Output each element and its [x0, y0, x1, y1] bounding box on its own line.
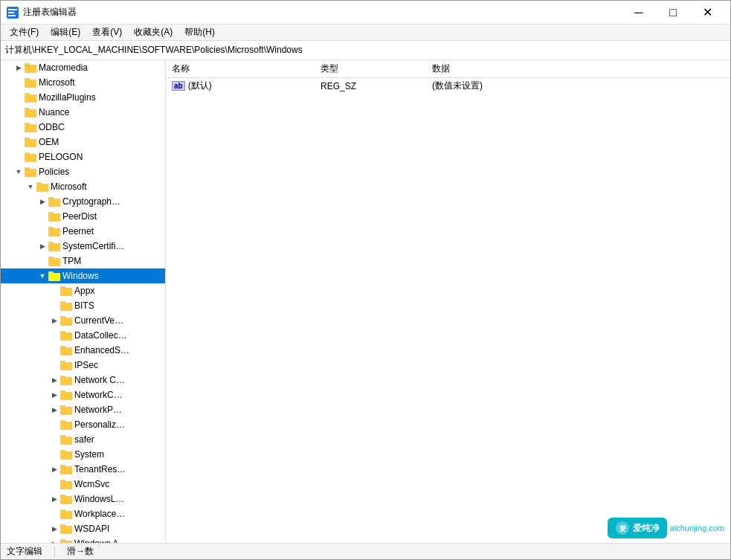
close-button[interactable]: ✕ — [690, 1, 724, 25]
svg-rect-66 — [60, 509, 65, 512]
tree-item-personaliz[interactable]: Personaliz… — [1, 417, 165, 432]
tree-item-networkc2[interactable]: NetworkC… — [1, 387, 165, 402]
tree-item-windows[interactable]: Windows — [1, 268, 165, 283]
tree-item-currentve[interactable]: CurrentVe… — [1, 313, 165, 328]
tree-item-policies[interactable]: Policies — [1, 164, 165, 179]
expander-currentve[interactable] — [48, 313, 60, 328]
tree-item-safer[interactable]: safer — [1, 432, 165, 447]
tree-item-wsdapi[interactable]: WSDAPI — [1, 521, 165, 536]
expander-networkp[interactable] — [48, 402, 60, 417]
expander-bits — [48, 298, 60, 313]
expander-system — [48, 447, 60, 462]
tree-item-odbc[interactable]: ODBC — [1, 120, 165, 135]
tree-item-workplace[interactable]: Workplace… — [1, 506, 165, 521]
detail-panel: 名称 类型 数据 ab(默认) REG_SZ (数值未设置) — [166, 60, 730, 543]
expander-windowsl[interactable] — [48, 492, 60, 506]
table-row[interactable]: ab(默认) REG_SZ (数值未设置) — [166, 78, 730, 94]
expander-networkc2[interactable] — [48, 387, 60, 402]
minimize-button[interactable]: ─ — [622, 1, 656, 25]
maximize-button[interactable]: □ — [656, 1, 690, 25]
svg-rect-23 — [48, 199, 60, 207]
tree-item-datacollec[interactable]: DataCollec… — [1, 328, 165, 343]
status-text-right: 滑→数 — [67, 545, 94, 558]
expander-wsdapi[interactable] — [48, 521, 60, 536]
col-header-name[interactable]: 名称 — [166, 60, 315, 78]
menu-view[interactable]: 查看(V) — [86, 25, 128, 40]
menu-edit[interactable]: 编辑(E) — [45, 25, 86, 40]
expander-cryptograph[interactable] — [36, 194, 48, 209]
expander-windows[interactable] — [36, 268, 48, 283]
expander-systemcertifi[interactable] — [36, 239, 48, 254]
tree-item-windowsl[interactable]: WindowsL… — [1, 492, 165, 506]
expander-policies[interactable] — [13, 164, 25, 179]
tree-item-networkc1[interactable]: Network C… — [1, 373, 165, 387]
col-header-type[interactable]: 类型 — [315, 60, 426, 78]
status-bar: 文字编辑 滑→数 — [1, 543, 730, 559]
svg-rect-44 — [60, 346, 65, 348]
tree-item-enhanceds[interactable]: EnhancedS… — [1, 343, 165, 358]
svg-rect-11 — [25, 109, 36, 118]
folder-icon-peerdist — [48, 211, 60, 222]
expander-nuance — [13, 105, 25, 120]
tree-item-microsoft1[interactable]: Microsoft — [1, 75, 165, 90]
tree-item-peerdist[interactable]: PeerDist — [1, 209, 165, 224]
svg-rect-42 — [60, 331, 65, 333]
tree-label-cryptograph: Cryptograph… — [62, 196, 120, 207]
tree-item-cryptograph[interactable]: Cryptograph… — [1, 194, 165, 209]
svg-rect-30 — [48, 242, 54, 244]
status-left: 文字编辑 — [7, 545, 42, 558]
folder-icon-networkc1 — [60, 375, 72, 385]
tree-item-peernet[interactable]: Peernet — [1, 224, 165, 239]
svg-rect-21 — [36, 184, 48, 192]
svg-rect-47 — [60, 377, 72, 385]
expander-microsoft1 — [13, 75, 25, 90]
tree-item-nuance[interactable]: Nuance — [1, 105, 165, 120]
tree-item-ipsec[interactable]: IPSec — [1, 358, 165, 373]
expander-windowsa[interactable] — [48, 536, 60, 543]
tree-item-microsoft2[interactable]: Microsoft — [1, 179, 165, 194]
tree-item-tpm[interactable]: TPM — [1, 254, 165, 268]
svg-rect-1 — [8, 9, 17, 10]
col-header-data[interactable]: 数据 — [426, 60, 730, 78]
expander-oem — [13, 135, 25, 149]
tree-item-networkp[interactable]: NetworkP… — [1, 402, 165, 417]
tree-item-wcmsvc[interactable]: WcmSvc — [1, 477, 165, 492]
tree-label-networkp: NetworkP… — [74, 405, 122, 415]
menu-help[interactable]: 帮助(H) — [178, 25, 221, 40]
expander-microsoft2[interactable] — [25, 179, 36, 194]
expander-datacollec — [48, 328, 60, 343]
svg-rect-56 — [60, 435, 65, 437]
tree-item-systemcertifi[interactable]: SystemCertifi… — [1, 239, 165, 254]
tree-item-macromedia[interactable]: Macromedia — [1, 60, 165, 75]
tree-item-system[interactable]: System — [1, 447, 165, 462]
folder-icon-odbc — [25, 122, 36, 132]
expander-macromedia[interactable] — [13, 60, 25, 75]
tree-item-bits[interactable]: BITS — [1, 298, 165, 313]
expander-wcmsvc — [48, 477, 60, 492]
folder-icon-oem — [25, 137, 36, 147]
tree-item-oem[interactable]: OEM — [1, 135, 165, 149]
menu-favorites[interactable]: 收藏夹(A) — [128, 25, 178, 40]
expander-peernet — [36, 224, 48, 239]
svg-rect-39 — [60, 318, 72, 326]
tree-label-pelogon: PELOGON — [39, 152, 83, 162]
tree-item-appx[interactable]: Appx — [1, 283, 165, 298]
address-bar: 计算机\HKEY_LOCAL_MACHINE\SOFTWARE\Policies… — [1, 41, 730, 60]
folder-icon-windowsl — [60, 494, 72, 504]
svg-rect-32 — [48, 257, 54, 259]
tree-label-windowsl: WindowsL… — [74, 494, 124, 504]
cell-data: (数值未设置) — [426, 78, 730, 94]
folder-icon-wsdapi — [60, 524, 72, 534]
folder-icon-enhanceds — [60, 345, 72, 355]
tree-item-windowsa[interactable]: Windows A… — [1, 536, 165, 543]
svg-rect-60 — [60, 465, 65, 467]
svg-rect-46 — [60, 361, 65, 363]
tree-item-mozillaplugins[interactable]: MozillaPlugins — [1, 90, 165, 105]
tree-item-tenantres[interactable]: TenantRes… — [1, 462, 165, 477]
expander-networkc1[interactable] — [48, 373, 60, 387]
menu-file[interactable]: 文件(F) — [4, 25, 45, 40]
tree-item-pelogon[interactable]: PELOGON — [1, 149, 165, 164]
folder-icon-microsoft2 — [36, 181, 48, 192]
title-bar: 注册表编辑器 ─ □ ✕ — [1, 1, 730, 25]
expander-tenantres[interactable] — [48, 462, 60, 477]
